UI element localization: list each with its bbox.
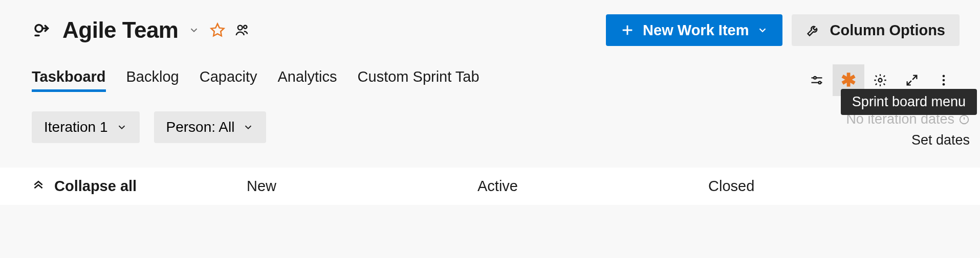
expand-icon [905,73,919,87]
column-options-button[interactable]: Column Options [792,14,960,46]
plus-icon [620,23,635,37]
tooltip: Sprint board menu [841,89,977,115]
board-columns-header: Collapse all New Active Closed [0,168,980,205]
asterisk-icon: ✱ [841,69,856,91]
tab-backlog[interactable]: Backlog [126,68,179,92]
filters-row: Iteration 1 Person: All No iteration dat… [32,111,980,148]
header-toolbar: Agile Team New Work Item [32,14,980,46]
person-dropdown[interactable]: Person: All [154,111,267,143]
filter-icon-button[interactable] [801,64,833,96]
collapse-all-icon [32,180,45,193]
tabs: Taskboard Backlog Capacity Analytics Cus… [32,68,480,92]
tabs-row: Taskboard Backlog Capacity Analytics Cus… [32,64,980,96]
svg-point-4 [814,77,816,79]
page-title: Agile Team [62,17,178,43]
chevron-down-icon [243,122,254,133]
svg-point-5 [819,81,821,84]
tab-taskboard[interactable]: Taskboard [32,68,106,92]
chevron-down-icon [757,25,768,36]
tab-capacity[interactable]: Capacity [200,68,257,92]
new-work-item-label: New Work Item [643,22,749,39]
collapse-all-button[interactable]: Collapse all [32,178,247,195]
iteration-dropdown[interactable]: Iteration 1 [32,111,140,143]
team-members-icon[interactable] [234,22,250,38]
new-work-item-button[interactable]: New Work Item [606,14,782,46]
set-dates-link[interactable]: Set dates [911,132,970,148]
column-header-active: Active [477,178,708,195]
favorite-star-icon[interactable] [210,22,225,38]
column-header-closed: Closed [708,178,980,195]
wrench-icon [806,23,820,37]
collapse-all-label: Collapse all [54,178,137,195]
svg-marker-1 [211,24,224,36]
tab-analytics[interactable]: Analytics [278,68,337,92]
sliders-icon [810,73,824,87]
gear-icon [873,73,887,87]
person-label: Person: All [166,119,235,135]
iteration-label: Iteration 1 [44,119,108,135]
team-picker-chevron-icon[interactable] [187,24,201,37]
more-vertical-icon [937,73,951,87]
svg-point-6 [879,79,882,82]
svg-point-8 [943,79,945,82]
svg-point-7 [943,75,945,78]
svg-point-3 [244,26,247,29]
column-header-new: New [247,178,477,195]
warning-icon [959,114,970,125]
svg-point-0 [35,25,42,32]
tab-custom[interactable]: Custom Sprint Tab [358,68,480,92]
svg-point-2 [238,26,243,30]
column-options-label: Column Options [830,22,945,39]
sprint-icon [32,19,53,41]
svg-point-9 [943,83,945,86]
chevron-down-icon [116,122,127,133]
